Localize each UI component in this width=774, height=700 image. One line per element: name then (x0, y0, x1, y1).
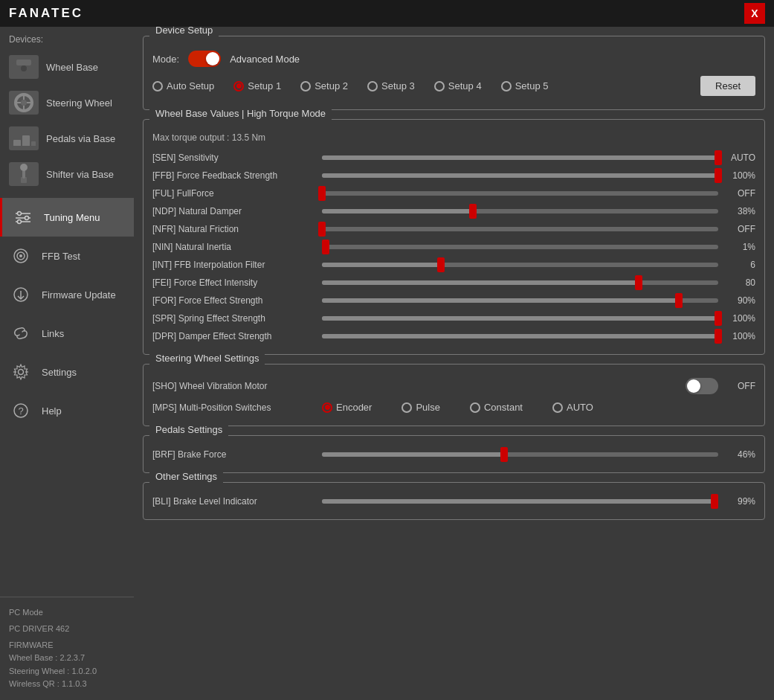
svg-rect-12 (12, 146, 37, 148)
slider-label-for: [FOR] Force Effect Strength (152, 295, 316, 306)
sidebar-item-wheel-base[interactable]: Wheel Base (0, 49, 134, 85)
steering-wheel-settings-title: Steering Wheel Settings (149, 350, 265, 367)
slider-track-sen[interactable] (322, 155, 718, 160)
slider-row-ndp: [NDP] Natural Damper 38% (152, 202, 755, 220)
mode-toggle[interactable] (188, 51, 221, 67)
settings-label: Settings (42, 367, 77, 378)
slider-value-nfr: OFF (724, 224, 755, 234)
sidebar-item-settings[interactable]: Settings (0, 353, 134, 391)
slider-label-sen: [SEN] Sensitivity (152, 152, 316, 163)
reset-button[interactable]: Reset (700, 76, 755, 96)
mps-constant[interactable]: Constant (470, 402, 523, 413)
slider-row-ful: [FUL] FullForce OFF (152, 184, 755, 202)
sidebar-item-shifter[interactable]: Shifter via Base (0, 156, 134, 192)
mps-auto[interactable]: AUTO (552, 402, 593, 413)
radio-setup-4-circle (434, 81, 445, 91)
svg-rect-1 (16, 60, 31, 65)
mps-row: [MPS] Multi-Position Switches Encoder Pu… (152, 398, 755, 417)
device-setup-title: Device Setup (149, 27, 219, 39)
steering-wheel-version: Steering Wheel : 1.0.2.0 (9, 665, 125, 678)
slider-track-ndp[interactable] (322, 209, 718, 213)
slider-track-bli[interactable] (322, 499, 718, 504)
sidebar-item-firmware-update[interactable]: Firmware Update (0, 275, 134, 314)
slider-row-sen: [SEN] Sensitivity AUTO (152, 149, 755, 167)
sho-label: [SHO] Wheel Vibration Motor (152, 381, 316, 391)
radio-setup-5[interactable]: Setup 5 (501, 80, 549, 91)
slider-row-for: [FOR] Force Effect Strength 90% (152, 292, 755, 309)
radio-setup-2-label: Setup 2 (315, 80, 348, 91)
slider-row-dpr: [DPR] Damper Effect Strength 100% (152, 327, 755, 345)
app-logo: FANATEC (9, 6, 83, 21)
mode-label: Mode: (152, 54, 179, 65)
slider-label-nin: [NIN] Natural Inertia (152, 242, 316, 252)
mps-encoder[interactable]: Encoder (322, 402, 372, 413)
sidebar-item-pedals[interactable]: Pedals via Base (0, 121, 134, 156)
svg-point-15 (20, 164, 28, 171)
slider-label-nfr: [NFR] Natural Friction (152, 224, 316, 234)
wheel-base-version: Wheel Base : 2.2.3.7 (9, 652, 125, 665)
slider-track-fei[interactable] (322, 280, 718, 285)
wheel-base-label: Wheel Base (46, 62, 98, 73)
shifter-label: Shifter via Base (46, 169, 114, 180)
radio-setup-3-circle (367, 81, 378, 91)
slider-track-int[interactable] (322, 263, 718, 267)
slider-value-bli: 99% (724, 496, 755, 507)
slider-track-spr[interactable] (322, 316, 718, 321)
sidebar-item-help[interactable]: ? Help (0, 391, 134, 430)
sidebar-item-links[interactable]: Links (0, 314, 134, 353)
radio-setup-4[interactable]: Setup 4 (434, 80, 482, 91)
sidebar-bottom: PC Mode PC DRIVER 462 FIRMWARE Wheel Bas… (0, 597, 134, 700)
slider-value-brf: 46% (724, 449, 755, 460)
svg-rect-10 (22, 135, 30, 147)
radio-setup-1[interactable]: Setup 1 (233, 80, 281, 91)
mps-pulse[interactable]: Pulse (401, 402, 440, 413)
slider-value-ffb: 100% (724, 170, 755, 181)
slider-track-nfr[interactable] (322, 227, 718, 231)
svg-point-4 (21, 100, 27, 106)
firmware-update-label: Firmware Update (42, 289, 116, 301)
slider-label-ful: [FUL] FullForce (152, 188, 316, 199)
mps-encoder-label: Encoder (336, 402, 372, 413)
radio-setup-3[interactable]: Setup 3 (367, 80, 415, 91)
slider-track-brf[interactable] (322, 452, 718, 457)
setup-radio-row: Auto Setup Setup 1 Setup 2 Setup 3 (152, 71, 755, 100)
radio-setup-1-circle (233, 81, 244, 91)
sidebar-item-ffb-test[interactable]: FFB Test (0, 237, 134, 275)
steering-wheel-settings-section: Steering Wheel Settings [SHO] Wheel Vibr… (143, 364, 765, 426)
radio-setup-2[interactable]: Setup 2 (300, 80, 348, 91)
mps-encoder-circle (322, 402, 332, 413)
sho-toggle[interactable] (686, 378, 718, 394)
slider-track-for[interactable] (322, 298, 718, 303)
close-button[interactable]: X (744, 3, 765, 24)
sidebar-item-steering-wheel[interactable]: Steering Wheel (0, 85, 134, 121)
other-settings-title: Other Settings (149, 468, 223, 485)
slider-value-int: 6 (724, 260, 755, 270)
slider-label-ndp: [NDP] Natural Damper (152, 206, 316, 216)
svg-point-16 (18, 212, 22, 216)
mps-constant-circle (470, 402, 480, 413)
slider-label-spr: [SPR] Spring Effect Strength (152, 313, 316, 324)
slider-value-ful: OFF (724, 188, 755, 199)
slider-value-fei: 80 (724, 277, 755, 288)
wheel-base-icon (9, 55, 39, 79)
radio-setup-5-circle (501, 81, 512, 91)
slider-track-nin[interactable] (322, 245, 718, 249)
mps-label: [MPS] Multi-Position Switches (152, 402, 316, 413)
pc-mode: PC Mode (9, 606, 125, 620)
slider-label-dpr: [DPR] Damper Effect Strength (152, 331, 316, 341)
slider-track-dpr[interactable] (322, 334, 718, 338)
slider-value-sen: AUTO (724, 152, 755, 163)
pedals-label: Pedals via Base (46, 133, 115, 144)
slider-row-spr: [SPR] Spring Effect Strength 100% (152, 309, 755, 327)
help-label: Help (42, 405, 62, 417)
wheel-base-values-section: Wheel Base Values | High Torque Mode Max… (143, 119, 765, 355)
slider-track-ffb[interactable] (322, 173, 718, 178)
firmware-info: FIRMWARE (9, 639, 125, 652)
ffb-test-label: FFB Test (42, 251, 80, 262)
svg-text:?: ? (18, 405, 23, 417)
mode-toggle-knob (206, 52, 219, 65)
radio-auto-setup[interactable]: Auto Setup (152, 80, 214, 91)
sidebar-item-tuning-menu[interactable]: Tuning Menu (0, 198, 134, 237)
slider-track-ful[interactable] (322, 191, 718, 196)
mps-pulse-label: Pulse (416, 402, 440, 413)
